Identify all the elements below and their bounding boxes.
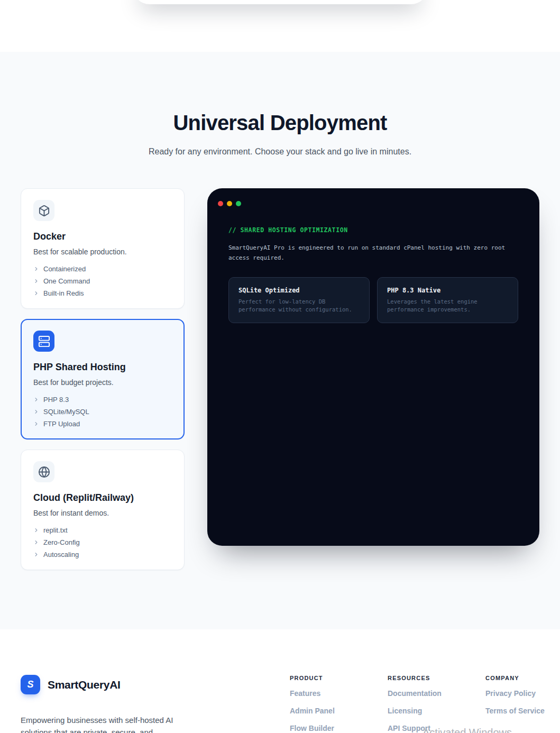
chevron-right-icon [33, 290, 39, 296]
footer-column-product: PRODUCT Features Admin Panel Flow Builde… [290, 675, 388, 733]
terminal-card-title: PHP 8.3 Native [387, 287, 508, 294]
close-window-icon[interactable] [218, 201, 223, 206]
globe-icon [38, 466, 50, 478]
site-footer: S SmartQueryAI Empowering businesses wit… [0, 629, 560, 733]
footer-column-heading: RESOURCES [388, 675, 485, 681]
footer-link-admin-panel[interactable]: Admin Panel [290, 707, 388, 715]
section-subtitle: Ready for any environment. Choose your s… [21, 147, 539, 157]
feature-item: Zero-Config [33, 538, 172, 546]
deployment-section: Universal Deployment Ready for any envir… [0, 52, 560, 629]
server-icon [38, 335, 50, 347]
top-band [0, 0, 560, 52]
feature-item: One Command [33, 277, 172, 285]
stack-card-docker[interactable]: Docker Best for scalable production. Con… [21, 188, 185, 309]
feature-item: PHP 8.3 [33, 396, 172, 404]
minimize-window-icon[interactable] [227, 201, 232, 206]
icon-tile [33, 200, 54, 221]
page-title: Universal Deployment [21, 111, 539, 135]
terminal-card-title: SQLite Optimized [238, 287, 360, 294]
feature-item: SQLite/MySQL [33, 408, 172, 416]
stack-card-list: Docker Best for scalable production. Con… [21, 188, 185, 570]
feature-item: replit.txt [33, 526, 172, 534]
chevron-right-icon [33, 539, 39, 545]
footer-link-documentation[interactable]: Documentation [388, 689, 485, 698]
footer-link-terms-of-service[interactable]: Terms of Service [485, 707, 539, 715]
icon-tile [33, 331, 54, 352]
feature-item: FTP Upload [33, 420, 172, 428]
footer-column-resources: RESOURCES Documentation Licensing API Su… [388, 675, 485, 733]
terminal-card-text: Perfect for low-latency DB performance w… [238, 298, 360, 314]
chevron-right-icon [33, 527, 39, 533]
chevron-right-icon [33, 266, 39, 272]
stack-card-cloud[interactable]: Cloud (Replit/Railway) Best for instant … [21, 450, 185, 570]
footer-column-heading: PRODUCT [290, 675, 388, 681]
footer-link-features[interactable]: Features [290, 689, 388, 698]
feature-item: Autoscaling [33, 551, 172, 558]
stack-description: Best for instant demos. [33, 509, 172, 517]
stack-description: Best for scalable production. [33, 248, 172, 256]
previous-section-edge [132, 0, 428, 4]
terminal-window: // SHARED HOSTING OPTIMIZATION SmartQuer… [207, 188, 539, 546]
chevron-right-icon [33, 409, 39, 415]
stack-name: PHP Shared Hosting [33, 362, 172, 373]
box-icon [38, 205, 50, 217]
terminal-feature-card-php: PHP 8.3 Native Leverages the latest engi… [377, 277, 518, 323]
footer-column-company: COMPANY Privacy Policy Terms of Service [485, 675, 539, 733]
chevron-right-icon [33, 421, 39, 427]
terminal-card-text: Leverages the latest engine performance … [387, 298, 508, 314]
chevron-right-icon [33, 397, 39, 402]
chevron-right-icon [33, 552, 39, 557]
terminal-body-text: SmartQueryAI Pro is engineered to run on… [228, 243, 517, 263]
maximize-window-icon[interactable] [236, 201, 241, 206]
chevron-right-icon [33, 278, 39, 284]
footer-link-flow-builder[interactable]: Flow Builder [290, 724, 388, 732]
feature-item: Built-in Redis [33, 289, 172, 297]
footer-link-api-support[interactable]: API Support [388, 724, 485, 732]
feature-item: Containerized [33, 265, 172, 273]
footer-link-columns: PRODUCT Features Admin Panel Flow Builde… [290, 675, 539, 733]
brand-logo[interactable]: S [21, 675, 40, 694]
stack-description: Best for budget projects. [33, 378, 172, 387]
footer-tagline: Empowering businesses with self-hosted A… [21, 714, 179, 733]
terminal-feature-card-sqlite: SQLite Optimized Perfect for low-latency… [228, 277, 370, 323]
stack-name: Cloud (Replit/Railway) [33, 492, 172, 503]
brand-name: SmartQueryAI [48, 679, 121, 691]
terminal-comment: // SHARED HOSTING OPTIMIZATION [228, 226, 518, 234]
window-controls [207, 188, 539, 206]
stack-features: replit.txt Zero-Config Autoscaling [33, 526, 172, 558]
stack-features: PHP 8.3 SQLite/MySQL FTP Upload [33, 396, 172, 428]
footer-link-licensing[interactable]: Licensing [388, 707, 485, 715]
footer-column-heading: COMPANY [485, 675, 539, 681]
stack-card-php-shared-hosting[interactable]: PHP Shared Hosting Best for budget proje… [21, 319, 185, 439]
stack-features: Containerized One Command Built-in Redis [33, 265, 172, 297]
footer-brand-column: S SmartQueryAI Empowering businesses wit… [21, 675, 290, 733]
stack-name: Docker [33, 231, 172, 242]
icon-tile [33, 461, 54, 482]
footer-link-privacy-policy[interactable]: Privacy Policy [485, 689, 539, 698]
